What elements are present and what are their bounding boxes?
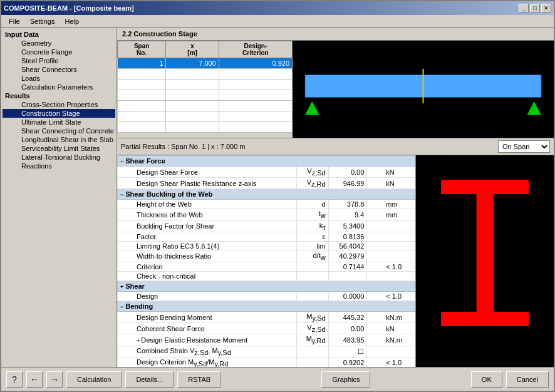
shear-design-row: Design 0.0000 < 1.0 [118,291,415,301]
span-row-empty-6 [118,122,293,133]
results-content: −Shear Force Design Shear Force Vz,Sd 0.… [117,155,554,367]
sidebar-item-shear-connectors[interactable]: Shear Connectors [3,65,115,74]
sidebar-item-calc-params[interactable]: Calculation Parameters [3,83,115,91]
span-row-empty-3 [118,90,293,101]
sidebar-item-lateral-torsional[interactable]: Lateral-Torsional Buckling [3,153,115,162]
input-data-label: Input Data [3,30,115,39]
close-button[interactable]: ✕ [541,4,551,13]
coherent-shear-unit: kN [367,323,415,334]
results-label: Results [3,91,115,100]
sidebar-item-shear-connecting[interactable]: Shear Connecting of Concrete [3,126,115,135]
coherent-shear-symbol: Vz,Sd [297,323,329,334]
sidebar-item-long-shear[interactable]: Longitudinal Shear in the Slab [3,135,115,144]
design-shear-plastic-symbol: Vz,Rd [297,178,329,189]
sidebar-item-concrete-flange[interactable]: Concrete Flange [3,48,115,56]
svg-rect-8 [441,180,528,194]
results-header-text: Partial Results : Span No. 1 | x : 7.000… [121,143,246,150]
sidebar-item-steel-profile[interactable]: Steel Profile [3,56,115,65]
sidebar-item-cross-section[interactable]: Cross-Section Properties [3,100,115,109]
limiting-ratio-unit [367,241,415,250]
bending-expand-icon: − [120,304,123,310]
col-span-no: SpanNo. [118,41,166,58]
factor-row: Factor ε 0.8136 [118,232,415,241]
rstab-button[interactable]: RSTAB [177,371,221,388]
criterion-unit: < 1.0 [367,262,415,271]
design-shear-plastic-row: Design Shear Plastic Resistance z-axis V… [118,178,415,189]
back-button[interactable]: ← [26,371,43,388]
sidebar-item-geometry[interactable]: Geometry [3,39,115,48]
criterion-label: Criterion [118,262,297,271]
bending-section[interactable]: −Bending [118,301,415,311]
coherent-shear-row: Coherent Shear Force Vz,Sd 0.00 kN [118,323,415,334]
ok-button[interactable]: OK [471,371,502,388]
elastic-resistance-symbol: My,Rd [297,334,329,346]
shear-expand-icon: + [120,284,123,290]
span-row-1[interactable]: 1 7.000 0.920 [118,58,293,69]
minimize-button[interactable]: _ [519,4,529,13]
design-criterion-unit: < 1.0 [367,357,415,367]
check-non-critical-symbol [297,271,329,281]
on-span-dropdown[interactable]: On Span On Support [498,140,550,153]
menu-file[interactable]: File [4,16,25,26]
help-icon-button[interactable]: ? [6,371,23,388]
design-shear-plastic-unit: kN [367,178,415,189]
span-row-empty-5 [118,111,293,122]
graphics-button[interactable]: Graphics [321,371,370,388]
calculation-button[interactable]: Calculation [66,371,122,388]
design-criterion-row: Design Criterion My,Sd/My,Rd 0.9202 < 1.… [118,357,415,367]
menu-bar: File Settings Help [1,15,554,28]
bending-moment-symbol: My,Sd [297,311,329,322]
elastic-resistance-row[interactable]: +Design Elastic Resistance Moment My,Rd … [118,334,415,346]
sidebar-item-construction-stage[interactable]: Construction Stage [3,109,115,118]
width-thickness-value: 40.2979 [328,250,367,262]
title-bar: COMPOSITE-BEAM - [Composite beam] _ □ ✕ [1,1,554,15]
buckling-factor-label: Buckling Factor for Shear [118,220,297,232]
bottom-bar: ? ← → Calculation Details... RSTAB Graph… [1,367,554,391]
thickness-web-label: Thickness of the Web [118,209,297,220]
buckling-factor-value: 5.3400 [328,220,367,232]
design-shear-force-symbol: Vz,Sd [297,167,329,178]
maximize-button[interactable]: □ [530,4,540,13]
sidebar-item-ultimate-limit[interactable]: Ultimate Limit State [3,118,115,126]
design-shear-force-value: 0.00 [328,167,367,178]
check-non-critical-unit [367,271,415,281]
right-area: 2.2 Construction Stage SpanNo. x[m] Desi… [117,28,554,367]
sidebar-item-serviceability[interactable]: Serviceability Limit States [3,144,115,153]
design-shear-plastic-value: 946.99 [328,178,367,189]
coherent-shear-label: Coherent Shear Force [118,323,297,334]
svg-rect-9 [477,194,493,312]
height-web-unit: mm [367,200,415,209]
span-no-1: 1 [118,58,166,69]
bending-moment-unit: kN.m [367,311,415,322]
shear-force-section[interactable]: −Shear Force [118,156,415,167]
combined-strain-row: Combined Strain Vz,Sd, My,Sd ☐ [118,346,415,357]
coherent-shear-value: 0.00 [328,323,367,334]
check-non-critical-row: Check - non-critical [118,271,415,281]
design-criterion-symbol [297,357,329,367]
thickness-web-value: 9.4 [328,209,367,220]
results-table-container[interactable]: −Shear Force Design Shear Force Vz,Sd 0.… [117,155,416,367]
details-button[interactable]: Details... [125,371,174,388]
shear-buckling-section[interactable]: −Shear Buckling of the Web [118,189,415,200]
window-controls: _ □ ✕ [519,4,551,13]
design-shear-force-label: Design Shear Force [118,167,297,178]
forward-button[interactable]: → [46,371,63,388]
width-thickness-row: Width-to-thickness Ratio d/tw 40.2979 [118,250,415,262]
results-area: Partial Results : Span No. 1 | x : 7.000… [117,138,554,367]
construction-stage-header: 2.2 Construction Stage [117,28,554,41]
window-title: COMPOSITE-BEAM - [Composite beam] [4,4,134,12]
design-criterion-label: Design Criterion My,Sd/My,Rd [118,357,297,367]
menu-help[interactable]: Help [60,16,84,26]
span-row-empty-4 [118,101,293,111]
design-shear-plastic-label: Design Shear Plastic Resistance z-axis [118,178,297,189]
sidebar-item-reactions[interactable]: Reactions [3,162,115,170]
shear-section[interactable]: +Shear [118,281,415,291]
results-table: −Shear Force Design Shear Force Vz,Sd 0.… [117,155,415,367]
sidebar-item-loads[interactable]: Loads [3,74,115,83]
shear-design-unit: < 1.0 [367,291,415,301]
cancel-button[interactable]: Cancel [506,371,549,388]
menu-settings[interactable]: Settings [25,16,60,26]
check-non-critical-value [328,271,367,281]
elastic-resistance-unit: kN.m [367,334,415,346]
check-non-critical-label: Check - non-critical [118,271,297,281]
